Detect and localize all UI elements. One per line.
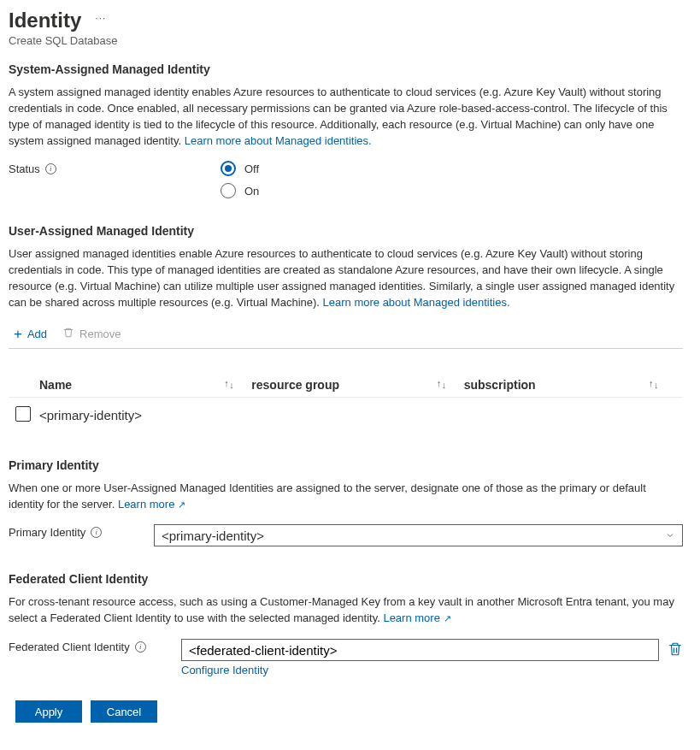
info-icon[interactable]: i	[91, 527, 102, 538]
sort-icon	[649, 379, 661, 390]
divider	[9, 348, 683, 349]
page-title: Identity	[9, 9, 81, 32]
page-subtitle: Create SQL Database	[9, 34, 683, 47]
primary-identity-label: Primary Identity	[9, 526, 85, 539]
chevron-down-icon	[665, 529, 675, 543]
primary-identity-learn-more-link[interactable]: Learn more ↗	[118, 498, 186, 511]
federated-learn-more-link[interactable]: Learn more ↗	[383, 611, 451, 624]
system-identity-description: A system assigned managed identity enabl…	[9, 85, 683, 149]
radio-unselected-icon	[221, 183, 236, 198]
configure-identity-link[interactable]: Configure Identity	[181, 664, 268, 676]
user-identity-description: User assigned managed identities enable …	[9, 246, 683, 310]
add-button-label: Add	[27, 328, 47, 340]
col-subscription[interactable]: subscription	[464, 378, 676, 392]
status-label: Status	[9, 162, 40, 175]
system-identity-heading: System-Assigned Managed Identity	[9, 62, 683, 76]
radio-selected-icon	[221, 161, 236, 176]
status-on-radio[interactable]: On	[221, 183, 683, 198]
sort-icon	[437, 379, 449, 390]
add-button[interactable]: + Add	[14, 327, 47, 341]
primary-identity-heading: Primary Identity	[9, 458, 683, 472]
external-link-icon: ↗	[441, 613, 451, 623]
primary-identity-description: When one or more User-Assigned Managed I…	[9, 481, 683, 513]
status-off-radio[interactable]: Off	[221, 161, 683, 176]
external-link-icon: ↗	[175, 499, 185, 510]
federated-identity-heading: Federated Client Identity	[9, 572, 683, 586]
col-name[interactable]: Name	[39, 378, 251, 392]
table-row[interactable]: <primary-identity>	[9, 398, 683, 433]
status-on-label: On	[244, 185, 259, 198]
cancel-button[interactable]: Cancel	[91, 700, 157, 723]
primary-identity-select-value: <primary-identity>	[162, 529, 264, 543]
status-off-label: Off	[244, 162, 259, 175]
federated-identity-label: Federated Client Identity	[9, 641, 130, 653]
status-radio-group: Off On	[221, 161, 683, 198]
delete-button[interactable]	[668, 641, 683, 659]
system-identity-learn-more-link[interactable]: Learn more about Managed identities.	[185, 134, 372, 147]
user-identity-learn-more-link[interactable]: Learn more about Managed identities.	[323, 296, 510, 309]
info-icon[interactable]: i	[45, 163, 56, 174]
info-icon[interactable]: i	[135, 641, 146, 653]
plus-icon: +	[14, 327, 22, 341]
col-resource-group[interactable]: resource group	[251, 378, 463, 392]
row-checkbox[interactable]	[15, 406, 31, 422]
trash-icon	[62, 327, 74, 341]
user-identity-heading: User-Assigned Managed Identity	[9, 224, 683, 238]
identity-table-header: Name resource group subscription	[9, 373, 683, 398]
sort-icon	[224, 379, 236, 390]
more-menu-icon[interactable]: ···	[95, 12, 106, 29]
primary-identity-select[interactable]: <primary-identity>	[154, 524, 683, 546]
federated-identity-input[interactable]	[181, 639, 659, 661]
row-name-cell: <primary-identity>	[39, 408, 251, 422]
federated-identity-description: For cross-tenant resource access, such a…	[9, 594, 683, 627]
apply-button[interactable]: Apply	[15, 700, 82, 723]
remove-button-label: Remove	[79, 328, 121, 340]
remove-button: Remove	[62, 327, 121, 341]
